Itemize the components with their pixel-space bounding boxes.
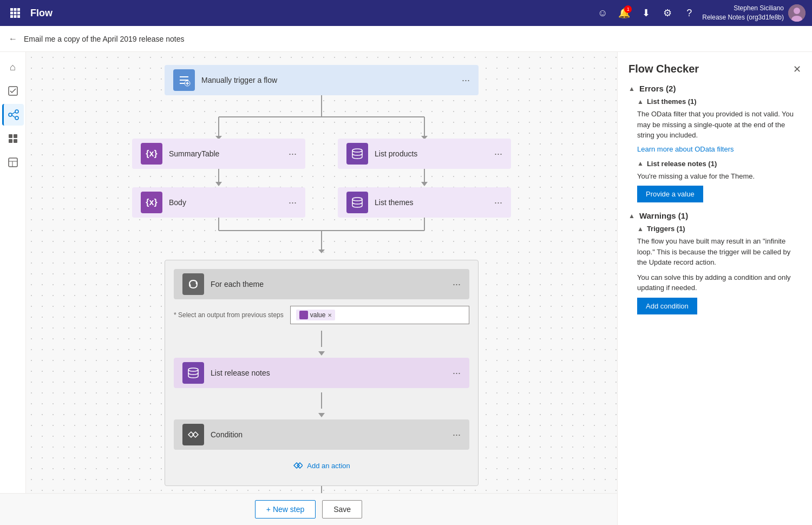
list-products-icon	[346, 143, 368, 165]
notification-icon[interactable]: 🔔 1	[615, 4, 633, 22]
list-themes-subtitle: List themes (1)	[647, 97, 697, 106]
warnings-header[interactable]: ▲ Warnings (1)	[628, 211, 801, 220]
add-condition-button[interactable]: Add condition	[637, 298, 697, 314]
help-icon[interactable]: ?	[680, 4, 698, 22]
settings-icon[interactable]: ⚙	[659, 4, 676, 22]
sidebar-home[interactable]: ⌂	[2, 56, 24, 78]
list-release-notes-icon	[182, 362, 204, 384]
loop-icon	[182, 273, 204, 295]
list-release-notes-subheader[interactable]: ▲ List release notes (1)	[637, 160, 801, 168]
loop-menu[interactable]: ···	[453, 279, 461, 290]
condition-icon	[182, 424, 204, 445]
checker-title: Flow Checker	[628, 63, 699, 75]
condition-label: Condition	[211, 430, 453, 439]
svg-point-14	[15, 110, 18, 113]
list-release-notes-subsection: ▲ List release notes (1) You're missing …	[637, 160, 801, 203]
summary-table-menu[interactable]: ···	[289, 148, 297, 160]
list-themes-error-text: The OData filter that you provided is no…	[637, 109, 801, 141]
list-themes-subsection: ▲ List themes (1) The OData filter that …	[637, 97, 801, 153]
main-layout: ⌂	[0, 52, 812, 525]
back-button[interactable]: ←	[9, 34, 17, 44]
value-tag-remove[interactable]: ✕	[328, 312, 332, 318]
svg-point-33	[352, 198, 362, 201]
svg-rect-8	[17, 15, 20, 18]
sidebar-connections[interactable]	[2, 104, 24, 126]
add-action[interactable]: Add an action	[174, 454, 469, 477]
svg-line-16	[12, 112, 15, 114]
list-themes-chevron: ▲	[637, 98, 644, 106]
svg-point-10	[794, 8, 800, 14]
svg-rect-0	[10, 8, 13, 11]
svg-rect-3	[10, 12, 13, 15]
provide-value-button[interactable]: Provide a value	[637, 186, 703, 202]
list-themes-node[interactable]: List themes ···	[338, 187, 511, 218]
flow-canvas: Manually trigger a flow ···	[26, 52, 617, 525]
svg-rect-19	[14, 134, 17, 138]
body-node[interactable]: {x} Body ···	[132, 187, 305, 218]
list-release-notes-chevron: ▲	[637, 160, 644, 167]
trigger-icon	[173, 69, 195, 91]
warnings-title: Warnings (1)	[639, 211, 688, 220]
variable-icon: {x}	[141, 143, 162, 165]
left-sidebar: ⌂	[0, 52, 26, 525]
svg-line-17	[12, 115, 15, 117]
value-tag-label: value	[310, 311, 326, 319]
for-each-node[interactable]: For each theme ···	[174, 269, 469, 299]
list-themes-menu[interactable]: ···	[494, 197, 502, 208]
list-release-notes-error-text: You're missing a value for the Theme.	[637, 171, 801, 182]
triggers-subheader[interactable]: ▲ Triggers (1)	[637, 225, 801, 233]
condition-menu[interactable]: ···	[453, 429, 461, 441]
sidebar-data[interactable]	[2, 128, 24, 149]
body-icon: {x}	[141, 192, 162, 213]
list-themes-icon	[346, 192, 368, 213]
errors-header[interactable]: ▲ Errors (2)	[628, 84, 801, 93]
save-button[interactable]: Save	[322, 500, 362, 519]
emoji-icon[interactable]: ☺	[594, 4, 611, 22]
svg-rect-1	[14, 8, 17, 11]
flow-checker-panel: Flow Checker ✕ ▲ Errors (2) ▲ List theme…	[617, 52, 812, 525]
svg-rect-7	[14, 15, 17, 18]
svg-rect-5	[17, 12, 20, 15]
svg-rect-20	[9, 139, 12, 143]
warnings-chevron: ▲	[628, 212, 635, 220]
triggers-tip-text: You can solve this by adding a condition…	[637, 272, 801, 293]
top-nav-icons: ☺ 🔔 1 ⬇ ⚙ ? Stephen Siciliano Release No…	[594, 4, 806, 22]
summary-table-label: SummaryTable	[169, 149, 289, 158]
value-tag-icon	[299, 311, 308, 319]
app-grid-icon[interactable]	[6, 4, 24, 22]
checker-close-button[interactable]: ✕	[793, 63, 801, 75]
svg-rect-4	[14, 12, 17, 15]
loop-input-field[interactable]: value ✕	[290, 306, 469, 324]
list-themes-label: List themes	[375, 198, 494, 207]
notification-badge: 1	[624, 5, 632, 13]
list-release-notes-subtitle: List release notes (1)	[647, 160, 717, 168]
trigger-menu[interactable]: ···	[462, 75, 470, 86]
svg-point-39	[188, 368, 198, 371]
warnings-section: ▲ Warnings (1) ▲ Triggers (1) The flow y…	[628, 211, 801, 314]
list-products-menu[interactable]: ···	[494, 148, 502, 160]
body-menu[interactable]: ···	[289, 197, 297, 208]
svg-marker-36	[318, 250, 325, 253]
avatar[interactable]	[788, 4, 806, 22]
sub-nav: ← Email me a copy of the April 2019 rele…	[0, 26, 812, 52]
list-themes-link[interactable]: Learn more about OData filters	[637, 145, 801, 153]
trigger-node[interactable]: Manually trigger a flow ···	[165, 65, 479, 95]
svg-rect-2	[17, 8, 20, 11]
list-release-notes-menu[interactable]: ···	[453, 368, 461, 379]
top-nav: Flow ☺ 🔔 1 ⬇ ⚙ ? Stephen Siciliano Relea…	[0, 0, 812, 26]
user-name: Stephen Siciliano	[702, 4, 784, 13]
svg-point-15	[15, 116, 18, 120]
sidebar-templates[interactable]	[2, 152, 24, 173]
bottom-actions: + New step Save	[0, 493, 617, 525]
svg-rect-21	[14, 139, 17, 143]
new-step-button[interactable]: + New step	[255, 500, 316, 519]
list-themes-subheader[interactable]: ▲ List themes (1)	[637, 97, 801, 106]
list-products-node[interactable]: List products ···	[338, 139, 511, 169]
condition-node[interactable]: Condition ···	[174, 419, 469, 450]
download-icon[interactable]: ⬇	[637, 4, 654, 22]
sidebar-approvals[interactable]	[2, 80, 24, 102]
app-title: Flow	[30, 8, 587, 19]
summary-table-node[interactable]: {x} SummaryTable ···	[132, 139, 305, 169]
body-label: Body	[169, 198, 289, 207]
list-release-notes-node[interactable]: List release notes ···	[174, 358, 469, 388]
